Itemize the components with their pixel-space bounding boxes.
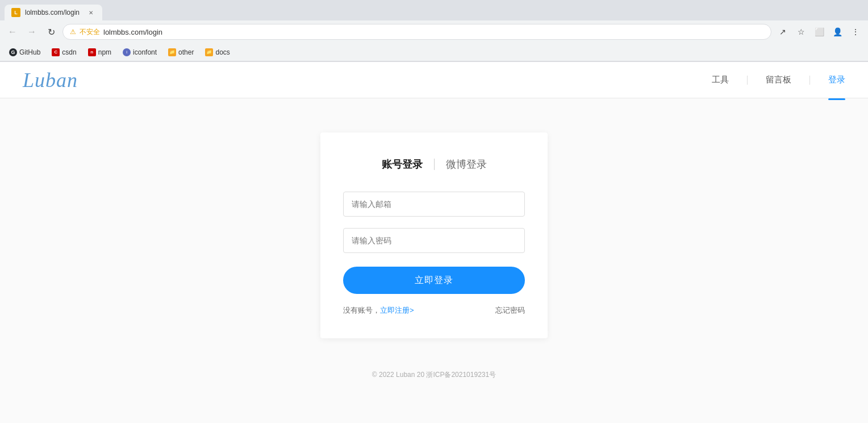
toolbar-actions: ↗ ☆ ⬜ 👤 ⋮ [775, 24, 863, 40]
email-input[interactable] [343, 192, 525, 217]
tab-account-login[interactable]: 账号登录 [370, 155, 434, 173]
bookmark-other-label: other [178, 48, 194, 56]
tab-close-button[interactable]: ✕ [86, 8, 95, 17]
bookmark-iconfont-label: iconfont [133, 48, 157, 56]
login-box: 账号登录 微博登录 立即登录 没有账号，立即注册> 忘记密码 [320, 132, 548, 338]
login-tabs: 账号登录 微博登录 [343, 155, 525, 173]
browser-chrome: L lolmbbs.com/login ✕ ← → ↻ ⚠ 不安全 lolmbb… [0, 0, 868, 62]
bookmarks-bar: G GitHub C csdn n npm i iconfont 📁 [0, 43, 868, 61]
email-field-group [343, 192, 525, 217]
bookmark-csdn-label: csdn [62, 48, 76, 56]
register-text: 没有账号，立即注册> [343, 305, 414, 316]
nav-login[interactable]: 登录 [828, 72, 845, 88]
account-button[interactable]: 👤 [829, 24, 845, 40]
menu-button[interactable]: ⋮ [848, 24, 863, 40]
page-content: Luban 工具 留言板 登录 账号登录 微博登录 [0, 62, 868, 423]
nav-tools[interactable]: 工具 [712, 72, 729, 88]
bookmark-csdn[interactable]: C csdn [47, 45, 81, 59]
password-field-group [343, 228, 525, 253]
site-nav: 工具 留言板 登录 [712, 72, 845, 88]
active-tab[interactable]: L lolmbbs.com/login ✕ [5, 5, 102, 20]
security-icon: ⚠ [70, 28, 76, 36]
browser-tabs: L lolmbbs.com/login ✕ [0, 0, 868, 20]
bookmark-other[interactable]: 📁 other [164, 45, 198, 59]
bookmark-docs[interactable]: 📁 docs [201, 45, 234, 59]
bookmark-github-label: GitHub [19, 48, 40, 56]
browser-toolbar: ← → ↻ ⚠ 不安全 lolmbbs.com/login ↗ ☆ ⬜ 👤 ⋮ [0, 20, 868, 43]
register-link[interactable]: 立即注册> [380, 306, 414, 314]
extensions-button[interactable]: ⬜ [811, 24, 827, 40]
tab-favicon: L [11, 8, 20, 17]
security-label: 不安全 [80, 27, 100, 37]
bookmark-npm-label: npm [98, 48, 111, 56]
share-button[interactable]: ↗ [775, 24, 791, 40]
bookmark-npm[interactable]: n npm [84, 45, 116, 59]
back-button[interactable]: ← [5, 24, 20, 40]
nav-guestbook[interactable]: 留言板 [766, 72, 791, 88]
bookmark-button[interactable]: ☆ [793, 24, 809, 40]
url-text: lolmbbs.com/login [103, 28, 162, 36]
tab-weibo-login[interactable]: 微博登录 [435, 155, 498, 173]
bookmark-docs-label: docs [215, 48, 229, 56]
login-submit-button[interactable]: 立即登录 [343, 267, 525, 294]
nav-divider-2 [809, 76, 810, 85]
bookmark-iconfont[interactable]: i iconfont [118, 45, 161, 59]
site-logo: Luban [23, 68, 78, 92]
page-footer: © 2022 Luban 20 浙ICP备2021019231号 [0, 361, 868, 389]
forward-button[interactable]: → [24, 24, 40, 40]
address-bar[interactable]: ⚠ 不安全 lolmbbs.com/login [62, 24, 771, 40]
site-header: Luban 工具 留言板 登录 [0, 62, 868, 98]
register-prefix: 没有账号， [343, 306, 380, 314]
bookmark-github[interactable]: G GitHub [5, 45, 45, 59]
tab-title: lolmbbs.com/login [25, 9, 80, 16]
login-container: 账号登录 微博登录 立即登录 没有账号，立即注册> 忘记密码 [0, 98, 868, 361]
reload-button[interactable]: ↻ [43, 24, 59, 40]
nav-divider-1 [747, 76, 748, 85]
footer-text: © 2022 Luban 20 浙ICP备2021019231号 [372, 371, 496, 379]
password-input[interactable] [343, 228, 525, 253]
login-footer: 没有账号，立即注册> 忘记密码 [343, 305, 525, 316]
forgot-password-link[interactable]: 忘记密码 [495, 305, 525, 316]
